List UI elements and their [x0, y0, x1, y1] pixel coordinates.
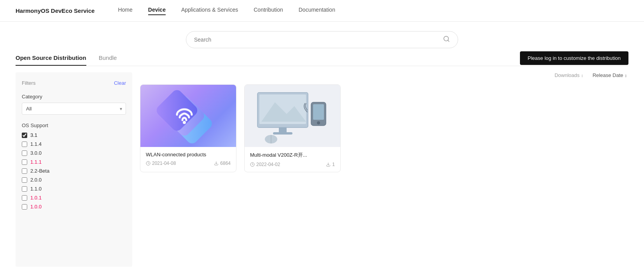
card-multi-modal[interactable]: Multi-modal V200Z-R开... 2022-04-02: [244, 84, 341, 172]
os-item-2.0.0[interactable]: 2.0.0: [22, 177, 126, 183]
nav-applications-services[interactable]: Applications & Services: [181, 7, 238, 15]
nav-contribution[interactable]: Contribution: [254, 7, 283, 15]
os-label-1.0.1: 1.0.1: [30, 195, 42, 201]
card-multi-modal-date: 2022-04-02: [250, 162, 280, 167]
os-item-1.1.4[interactable]: 1.1.4: [22, 141, 126, 147]
os-support-label: OS Support: [22, 122, 126, 128]
category-select-wrap: All: [22, 103, 126, 115]
nav-home[interactable]: Home: [118, 7, 132, 15]
os-checkbox-1.0.1[interactable]: [22, 195, 27, 201]
tab-open-source[interactable]: Open Source Distribution: [16, 54, 86, 66]
os-item-2.2-beta[interactable]: 2.2-Beta: [22, 168, 126, 174]
sidebar-header: Filters Clear: [22, 80, 126, 86]
clock-icon-2: [250, 162, 255, 167]
card-multi-modal-image: [245, 85, 340, 147]
os-label-1.1.4: 1.1.4: [30, 141, 42, 147]
sort-downloads-icon: ↕: [581, 73, 583, 78]
tabs-bar: Open Source Distribution Bundle Please l…: [16, 54, 628, 66]
filters-label: Filters: [22, 80, 35, 86]
card-wlan-body: WLAN-connected products 2021-04-08: [140, 147, 236, 171]
os-item-3.0.0[interactable]: 3.0.0: [22, 150, 126, 156]
login-banner[interactable]: Please log in to customize the distribut…: [520, 51, 628, 65]
card-wlan-downloads-value: 6864: [220, 161, 231, 166]
card-wlan-date: 2021-04-08: [146, 161, 176, 166]
page-content: Open Source Distribution Bundle Please l…: [0, 54, 644, 267]
os-item-1.0.1[interactable]: 1.0.1: [22, 195, 126, 201]
svg-rect-11: [273, 132, 292, 135]
svg-point-14: [317, 121, 320, 124]
wlan-card-background: [140, 85, 236, 147]
search-bar-container: [186, 31, 458, 48]
sort-release-date[interactable]: Release Date ↕: [593, 72, 627, 78]
nav-documentation[interactable]: Documentation: [299, 7, 335, 15]
card-wlan-image: [140, 85, 236, 147]
card-wlan-meta: 2021-04-08 6864: [146, 161, 231, 166]
tab-bundle[interactable]: Bundle: [99, 54, 117, 66]
card-wlan-title: WLAN-connected products: [146, 152, 231, 157]
os-checkbox-2.0.0[interactable]: [22, 177, 27, 183]
multi-modal-card-background: [245, 85, 340, 147]
sort-downloads-label: Downloads: [555, 72, 579, 78]
card-wlan[interactable]: WLAN-connected products 2021-04-08: [140, 84, 236, 172]
os-label-1.1.0: 1.1.0: [30, 186, 42, 192]
os-label-2.2-beta: 2.2-Beta: [30, 168, 49, 174]
os-checkbox-3.1[interactable]: [22, 133, 27, 138]
download-icon: [214, 161, 219, 166]
os-item-1.0.0[interactable]: 1.0.0: [22, 204, 126, 210]
search-input[interactable]: [194, 37, 443, 43]
sort-downloads[interactable]: Downloads ↕: [555, 72, 583, 78]
sidebar: Filters Clear Category All OS Support 3.…: [16, 72, 132, 267]
os-label-2.0.0: 2.0.0: [30, 177, 42, 183]
os-checkbox-1.1.0[interactable]: [22, 186, 27, 192]
os-checkbox-3.0.0[interactable]: [22, 150, 27, 156]
download-icon-2: [326, 162, 331, 167]
os-checkbox-2.2-beta[interactable]: [22, 168, 27, 174]
card-wlan-downloads: 6864: [214, 161, 231, 166]
category-label: Category: [22, 94, 126, 100]
logo: HarmonyOS DevEco Service: [16, 7, 94, 14]
os-label-1.0.0: 1.0.0: [30, 204, 42, 210]
nav-device[interactable]: Device: [148, 7, 166, 15]
os-checkbox-1.1.1[interactable]: [22, 159, 27, 165]
svg-rect-10: [279, 128, 287, 133]
card-multi-modal-body: Multi-modal V200Z-R开... 2022-04-02: [245, 147, 340, 172]
os-item-3.1[interactable]: 3.1: [22, 132, 126, 138]
header: HarmonyOS DevEco Service Home Device App…: [0, 0, 644, 22]
cards-grid: WLAN-connected products 2021-04-08: [140, 84, 628, 172]
os-label-1.1.1: 1.1.1: [30, 159, 42, 165]
search-icon: [443, 35, 450, 44]
card-wlan-date-value: 2021-04-08: [152, 161, 176, 166]
os-label-3.1: 3.1: [30, 132, 37, 138]
os-checkbox-1.1.4[interactable]: [22, 142, 27, 147]
main-nav: Home Device Applications & Services Cont…: [118, 7, 335, 15]
card-multi-modal-date-value: 2022-04-02: [256, 162, 280, 167]
svg-point-5: [183, 121, 186, 124]
os-checkbox-1.0.0[interactable]: [22, 204, 27, 210]
clock-icon: [146, 161, 150, 166]
os-label-3.0.0: 3.0.0: [30, 150, 42, 156]
os-version-list: 3.1 1.1.4 3.0.0 1.1.1 2.2-Beta: [22, 132, 126, 210]
clear-button[interactable]: Clear: [114, 80, 126, 86]
category-select[interactable]: All: [22, 103, 126, 115]
card-multi-modal-downloads: 1: [326, 162, 335, 167]
sort-bar: Downloads ↕ Release Date ↕: [140, 72, 628, 78]
card-multi-modal-title: Multi-modal V200Z-R开...: [250, 152, 335, 159]
content-area: Downloads ↕ Release Date ↕: [140, 72, 628, 267]
os-item-1.1.0[interactable]: 1.1.0: [22, 186, 126, 192]
main-area: Filters Clear Category All OS Support 3.…: [16, 72, 628, 267]
search-section: [0, 22, 644, 54]
sort-release-date-label: Release Date: [593, 72, 623, 78]
card-multi-modal-downloads-value: 1: [332, 162, 335, 167]
svg-line-1: [448, 40, 449, 41]
os-item-1.1.1[interactable]: 1.1.1: [22, 159, 126, 165]
card-multi-modal-meta: 2022-04-02 1: [250, 162, 335, 167]
sort-release-date-icon: ↕: [625, 73, 627, 78]
svg-rect-13: [313, 104, 324, 120]
